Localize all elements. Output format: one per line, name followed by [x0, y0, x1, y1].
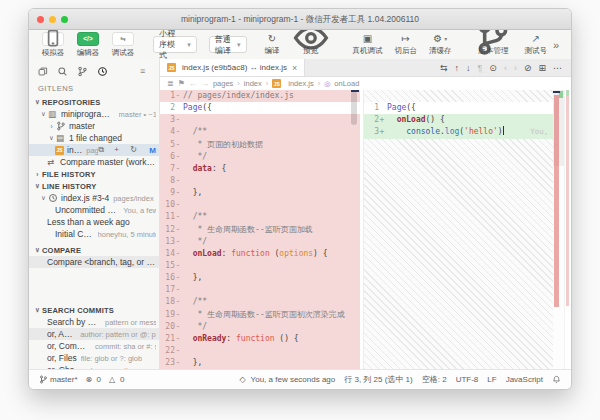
open-changes-icon[interactable]: ⧉: [98, 145, 108, 155]
code-line[interactable]: 22-: [160, 345, 360, 357]
tree-item[interactable]: or, Commit IDcommit: sha or #: sha: [29, 340, 159, 352]
open-changes-icon[interactable]: ⇆: [440, 63, 448, 73]
code-line[interactable]: 17-: [160, 284, 360, 296]
status-item-error[interactable]: ⊗0: [86, 375, 101, 384]
status-item[interactable]: JavaScript: [506, 375, 543, 384]
toolbar-button-branch[interactable]: 版本管理: [474, 33, 512, 56]
next-change-icon[interactable]: ↓: [466, 63, 471, 73]
code-line[interactable]: 19- * 生命周期函数--监听页面初次渲染完成: [160, 309, 360, 321]
breadcrumb-item[interactable]: index: [244, 79, 262, 88]
section-header-search-commits[interactable]: ∨SEARCH COMMITS: [29, 304, 159, 316]
tab-close-icon[interactable]: ×: [292, 63, 297, 73]
grid-icon[interactable]: ≣: [167, 79, 174, 88]
status-item-bell[interactable]: [552, 375, 561, 384]
code-line[interactable]: 1Page({: [364, 102, 553, 114]
tab-indexjs-diff[interactable]: JS index.js (e9b5ac8) ↔ index.js ×: [160, 59, 305, 76]
status-item[interactable]: UTF-8: [456, 375, 479, 384]
code-line[interactable]: 13- */: [160, 236, 360, 248]
toolbar-button-test[interactable]: ↗测试号: [524, 33, 547, 56]
code-line[interactable]: 2Page({: [160, 102, 360, 114]
more-actions-icon[interactable]: ⋯: [553, 63, 562, 73]
tree-item[interactable]: Initial Commithoneyhu, 5 minutes a...: [29, 228, 159, 240]
section-header-file-history[interactable]: ›FILE HISTORY: [29, 168, 159, 180]
section-header-repositories[interactable]: ∨REPOSITORIES: [29, 96, 159, 108]
status-item-blame[interactable]: ◇You, a few seconds ago: [240, 375, 336, 384]
diff-modified-pane[interactable]: 1Page({2+ onLoad() {3+ console.log('hell…: [364, 90, 553, 369]
code-line[interactable]: 9- },: [160, 187, 360, 199]
code-line[interactable]: 12- * 生命周期函数--监听页面加载: [160, 224, 360, 236]
mode-button-debug[interactable]: ⇆调试器: [109, 32, 137, 58]
toolbar-button-device[interactable]: ▣真机调试: [352, 33, 382, 56]
search-icon[interactable]: [57, 66, 68, 77]
breadcrumb-item[interactable]: pages: [213, 79, 233, 88]
tree-item[interactable]: ›master: [29, 120, 159, 132]
toolbar-button-background[interactable]: ↦切后台: [394, 33, 417, 56]
code-line[interactable]: 5- * 页面的初始数据: [160, 139, 360, 151]
breadcrumb-item[interactable]: index.js: [288, 79, 313, 88]
mode-button-phone[interactable]: 模拟器: [39, 32, 67, 58]
forward-icon[interactable]: →: [201, 79, 209, 88]
clock-icon[interactable]: [97, 66, 108, 77]
tree-item[interactable]: ∨▥miniprogram-1master • ~1: [29, 108, 159, 120]
bookmark-icon[interactable]: ⚑: [178, 79, 185, 88]
filter-icon[interactable]: ≡: [140, 66, 151, 77]
code-line[interactable]: 1-// pages/index/index.js: [160, 90, 360, 102]
compile-select[interactable]: 普通编译 ▾: [209, 36, 247, 53]
code-line[interactable]: 4- /**: [160, 126, 360, 138]
code-line[interactable]: 21- onReady: function () {: [160, 333, 360, 345]
tree-item[interactable]: or, Authorauthor: pattern or @: pattern: [29, 328, 159, 340]
minimap[interactable]: [553, 90, 564, 369]
status-item[interactable]: LF: [487, 375, 496, 384]
branch-icon[interactable]: [77, 66, 88, 77]
code-line[interactable]: 8-: [160, 175, 360, 187]
diff-editor[interactable]: 1-// pages/index/index.js2Page({3-4- /**…: [160, 90, 571, 369]
toolbar-overflow-button[interactable]: »: [553, 39, 561, 51]
code-line[interactable]: 16- },: [160, 272, 360, 284]
code-line[interactable]: 7- data: {: [160, 163, 360, 175]
status-item[interactable]: 空格: 2: [422, 374, 447, 385]
toolbar-button-cache[interactable]: ⚙▾清缓存: [429, 33, 452, 56]
tree-item[interactable]: ∨▤1 file changed: [29, 132, 159, 144]
section-header-compare[interactable]: ∨COMPARE: [29, 244, 159, 256]
tree-item[interactable]: Less than a week ago: [29, 216, 159, 228]
toolbar-button-compile[interactable]: ↻编译: [265, 33, 280, 56]
diff-original-pane[interactable]: 1-// pages/index/index.js2Page({3-4- /**…: [160, 90, 360, 369]
tree-item[interactable]: or, Filesfile: glob or ?: glob: [29, 352, 159, 364]
code-line[interactable]: 20- */: [160, 321, 360, 333]
code-line[interactable]: 3+ console.log('hello')You, a few second…: [364, 126, 553, 138]
status-item-branch[interactable]: master*: [39, 375, 78, 384]
gitlens-annotations-icon[interactable]: ⊘: [524, 63, 532, 73]
left-pane-scrollbar[interactable]: [351, 91, 357, 125]
toolbar-button-eye[interactable]: 预览: [292, 33, 330, 56]
split-editor-icon[interactable]: ⊞: [538, 63, 546, 73]
status-item[interactable]: 行 3, 列 25 (选中 1): [344, 374, 412, 385]
code-line[interactable]: 11- /**: [160, 211, 360, 223]
code-line[interactable]: 3-: [160, 114, 360, 126]
code-line[interactable]: 10-: [160, 199, 360, 211]
back-icon[interactable]: ←: [189, 79, 197, 88]
tree-item[interactable]: ∨index.js #3-4pages/index: [29, 192, 159, 204]
previous-change-icon[interactable]: ↑: [455, 63, 460, 73]
mode-button-code[interactable]: </>编辑器: [74, 32, 102, 58]
mode-select[interactable]: 小程序模式 ▾: [153, 36, 197, 53]
status-item-warning[interactable]: △0: [109, 375, 124, 384]
tree-item[interactable]: ⇄Compare master (working) with <...: [29, 156, 159, 168]
code-line[interactable]: 23- },: [160, 357, 360, 369]
discard-icon[interactable]: ↻: [130, 145, 140, 155]
titlebar[interactable]: miniprogram-1 - miniprogram-1 - 微信开发者工具 …: [29, 9, 571, 30]
code-line[interactable]: 14- onLoad: function (options) {: [160, 248, 360, 260]
plus-icon[interactable]: +: [114, 145, 124, 155]
code-line[interactable]: 15-: [160, 260, 360, 272]
copy-icon[interactable]: [37, 66, 48, 77]
code-line[interactable]: 6- */: [160, 151, 360, 163]
tree-item[interactable]: JSindex.jspage...⧉+↻M: [29, 144, 159, 156]
breadcrumb-item[interactable]: onLoad: [334, 79, 359, 88]
close-button[interactable]: [37, 16, 44, 23]
tree-item[interactable]: Search by Messagepattern or message...: [29, 316, 159, 328]
tree-item[interactable]: Compare <branch, tag, or ref> with <b...: [29, 256, 159, 268]
section-header-line-history[interactable]: ∨LINE HISTORY: [29, 180, 159, 192]
zoom-button[interactable]: [61, 16, 68, 23]
minimize-button[interactable]: [49, 16, 56, 23]
code-line[interactable]: 18- /**: [160, 296, 360, 308]
open-file-icon[interactable]: ⊙: [489, 63, 497, 73]
